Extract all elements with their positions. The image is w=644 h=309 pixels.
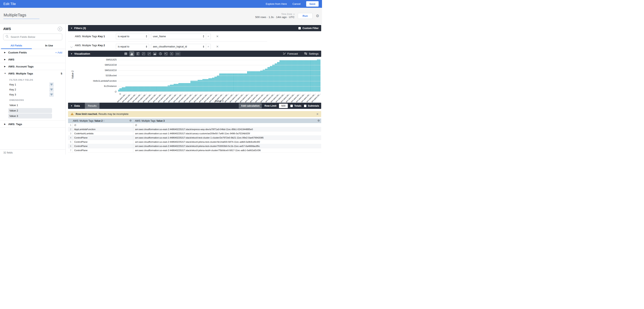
gear-icon[interactable]: ⚙ (316, 14, 319, 18)
bar[interactable] (124, 87, 125, 92)
cell-value3[interactable]: arn:aws:cloudformation:us-east-1:4486402… (133, 132, 321, 136)
search-field[interactable] (3, 34, 62, 40)
bar[interactable] (145, 86, 146, 92)
tab-all-fields[interactable]: All Fields (0, 42, 33, 49)
table-row[interactable]: 4ControlPlanearn:aws:cloudformation:us-e… (68, 136, 321, 140)
bar[interactable] (135, 86, 136, 92)
cell-value3[interactable]: arn:aws:cloudformation:us-east-2:4486402… (133, 127, 321, 131)
data-header-bar[interactable]: ▼ Data Results Add calculation Row Limit… (68, 103, 321, 109)
bar[interactable] (268, 67, 268, 92)
bar[interactable] (251, 71, 252, 92)
scatterplot-icon[interactable] (142, 52, 146, 56)
bar[interactable] (198, 80, 199, 92)
bar[interactable] (250, 71, 250, 92)
bar[interactable] (176, 84, 177, 92)
save-button[interactable]: Save (306, 1, 318, 6)
cell-value2[interactable]: ControlPlane (72, 144, 133, 148)
bar[interactable] (141, 86, 142, 92)
bar[interactable] (133, 86, 134, 92)
totals-checkbox[interactable] (290, 105, 293, 107)
bar[interactable] (177, 84, 178, 92)
cell-value2[interactable]: ControlPlane (72, 140, 133, 144)
bar[interactable] (276, 64, 277, 92)
bar[interactable] (257, 71, 258, 92)
more-icon[interactable]: ••• (175, 52, 180, 56)
bar[interactable] (219, 74, 220, 92)
custom-filter-toggle[interactable]: Custom Filter (298, 27, 318, 30)
bar[interactable] (213, 78, 214, 92)
bar[interactable] (128, 86, 129, 92)
bar[interactable] (192, 81, 193, 92)
totals-toggle[interactable]: Totals (290, 104, 302, 107)
bar[interactable] (234, 74, 235, 92)
bar[interactable] (180, 83, 181, 92)
bar[interactable] (269, 67, 270, 92)
table-row[interactable]: 2AppLambdaFunctionarn:aws:cloudformation… (68, 127, 321, 132)
bar[interactable] (174, 84, 175, 92)
map-icon[interactable] (164, 52, 168, 56)
bar[interactable] (190, 81, 192, 92)
bar[interactable] (259, 71, 260, 92)
bar[interactable] (246, 74, 247, 92)
visualization-header-bar[interactable]: ▼ Visualization 6••• Forecast Settin (68, 51, 321, 57)
bar[interactable] (196, 81, 198, 92)
group-header[interactable]: ▶AWS: Account Tags (0, 63, 66, 70)
area-chart-icon[interactable] (153, 52, 157, 56)
field-value-3[interactable]: Value 3 (0, 113, 66, 118)
subtotals-toggle[interactable]: Subtotals (304, 104, 319, 107)
bar[interactable] (186, 83, 187, 92)
bar[interactable] (146, 86, 147, 92)
field-value-2[interactable]: Value 2 (0, 108, 66, 113)
cell-value2[interactable]: CodeHashLambda (72, 132, 133, 136)
bar[interactable] (238, 74, 238, 92)
bar[interactable] (256, 71, 256, 92)
cell-value2[interactable]: ControlPlane (72, 136, 133, 140)
bar[interactable] (245, 74, 246, 92)
collapse-sidebar-icon[interactable] (58, 26, 62, 31)
bar[interactable] (230, 74, 231, 92)
tab-in-use[interactable]: In Use (33, 42, 66, 49)
bar[interactable] (166, 86, 168, 92)
table-row[interactable]: 6ControlPlanearn:aws:cloudformation:us-e… (68, 144, 321, 148)
search-input[interactable] (10, 36, 60, 38)
bar[interactable] (147, 86, 148, 92)
bar[interactable] (132, 86, 132, 92)
bar[interactable] (241, 74, 242, 92)
bar[interactable] (231, 74, 232, 92)
bar[interactable] (216, 77, 217, 92)
bar[interactable] (188, 83, 189, 92)
bar[interactable] (134, 86, 135, 92)
chevron-down-icon[interactable] (70, 46, 72, 48)
bar[interactable] (214, 77, 216, 92)
cell-value3[interactable]: arn:aws:cloudformation:us-east-2:4486402… (133, 140, 321, 144)
bar[interactable] (151, 86, 152, 92)
bar[interactable] (232, 74, 234, 92)
filter-icon[interactable] (49, 87, 54, 92)
cell-value2[interactable]: AppLambdaFunction (72, 127, 133, 131)
bar[interactable] (318, 60, 319, 92)
bar[interactable] (208, 78, 210, 92)
column-header-value3[interactable]: AWS: Multiple Tags Value 3 ⚙ (133, 118, 321, 123)
bar[interactable] (223, 74, 224, 92)
bar[interactable] (247, 71, 248, 92)
bar[interactable] (164, 86, 165, 92)
column-header-value2[interactable]: AWS: Multiple Tags Value 2 ↑ ⚙ (68, 118, 133, 123)
bar[interactable] (170, 85, 171, 92)
filter-operator-select[interactable]: is equal to (116, 34, 149, 39)
bar[interactable] (136, 86, 137, 92)
bar[interactable] (264, 70, 265, 92)
bar[interactable] (211, 78, 212, 92)
bar[interactable] (129, 86, 130, 92)
bar[interactable] (181, 83, 182, 92)
bar[interactable] (274, 65, 274, 92)
bar[interactable] (225, 74, 226, 92)
bar[interactable] (277, 62, 278, 92)
bar[interactable] (239, 74, 240, 92)
bar[interactable] (258, 71, 259, 92)
bar[interactable] (182, 83, 183, 92)
bar-chart-icon[interactable] (136, 52, 140, 56)
bar[interactable] (224, 74, 225, 92)
bar[interactable] (139, 86, 140, 92)
close-icon[interactable]: ✕ (316, 112, 318, 116)
bar[interactable] (194, 81, 195, 92)
